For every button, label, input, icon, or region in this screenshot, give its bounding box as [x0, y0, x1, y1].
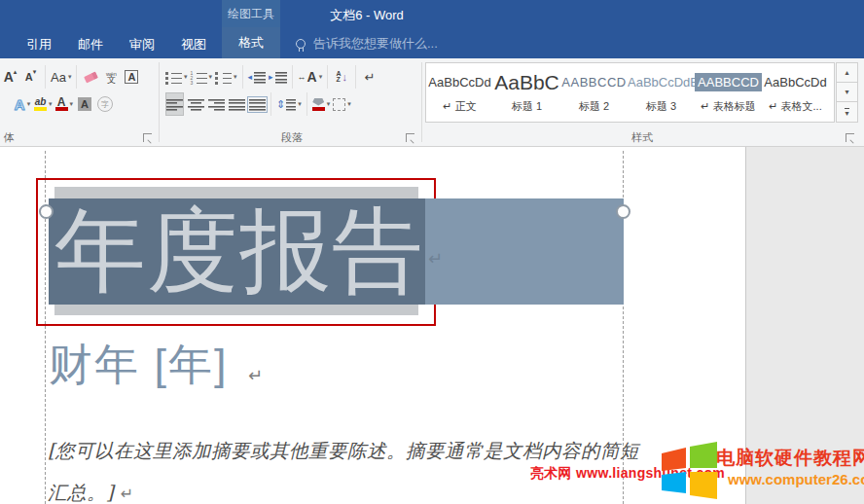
- style-label: ↵ 正文: [426, 99, 493, 114]
- group-divider: [159, 62, 160, 142]
- paragraph-dialog-launcher[interactable]: [406, 133, 414, 142]
- align-left-button[interactable]: [165, 92, 184, 116]
- more-styles-icon: ▾: [845, 108, 848, 117]
- justify-button[interactable]: [228, 92, 245, 116]
- body-text-line2[interactable]: 汇总。] ↵: [48, 480, 134, 504]
- shading-red-bar: [312, 107, 325, 111]
- tab-mailings[interactable]: 邮件: [74, 36, 107, 54]
- decrease-indent-icon: ◂: [248, 72, 253, 82]
- align-right-icon: [208, 98, 225, 111]
- grow-font-button[interactable]: A ▴: [2, 65, 19, 89]
- windows-logo-bl: [662, 472, 686, 493]
- increase-indent-button[interactable]: ▸: [269, 65, 287, 89]
- separator: [270, 92, 271, 116]
- show-hide-marks-button[interactable]: ↵: [361, 65, 378, 89]
- style-sample: AaBbCcDd: [426, 70, 493, 97]
- borders-button[interactable]: ▾: [333, 92, 351, 116]
- separator: [327, 65, 328, 89]
- multilevel-list-button[interactable]: ▾: [215, 65, 237, 89]
- title-bar: 绘图工具 文档6 - Word: [0, 0, 864, 27]
- selection-gripper-right[interactable]: [616, 204, 630, 219]
- contextual-tool-group: 绘图工具: [222, 0, 280, 27]
- style-item-heading3[interactable]: AaBbCcDdE 标题 3: [628, 70, 695, 114]
- shrink-font-button[interactable]: A ▾: [22, 65, 40, 89]
- sort-button[interactable]: A Z ↓: [333, 65, 350, 89]
- style-label: ↵ 表格文...: [762, 99, 829, 114]
- change-case-button[interactable]: Aa ▾: [51, 65, 71, 89]
- shading-button[interactable]: ▾: [312, 92, 331, 116]
- bullet-list-icon: [165, 71, 182, 84]
- phonetic-guide-button[interactable]: wén 文: [102, 65, 120, 89]
- separator: [45, 65, 46, 89]
- text-highlight-button[interactable]: ab ▾: [34, 92, 53, 116]
- lightbulb-icon: [296, 39, 306, 49]
- gallery-scroll-up-button[interactable]: ▴: [836, 62, 858, 83]
- paragraph-group-row1: ▾ ▾ ▾ ◂ ▸ ↔ A ▾ A Z: [165, 64, 378, 90]
- distribute-button[interactable]: [248, 92, 266, 116]
- decrease-indent-button[interactable]: ◂: [248, 65, 267, 89]
- body-text-line1[interactable]: [您可以在这里添加摘要或其他重要陈述。摘要通常是文档内容的简短: [48, 438, 639, 464]
- distribute-icon: [249, 98, 266, 111]
- chevron-down-icon: ▾: [49, 100, 53, 108]
- numbering-button[interactable]: ▾: [191, 65, 213, 89]
- ribbon-tab-row: 引用 邮件 审阅 视图 格式 告诉我您想要做什么...: [0, 27, 864, 58]
- sort-z: Z: [336, 77, 341, 83]
- chevron-down-icon: ▾: [234, 73, 237, 81]
- ribbon: A ▴ A ▾ Aa ▾ wén 文 A A ▾: [0, 58, 864, 147]
- tab-review[interactable]: 审阅: [126, 36, 159, 54]
- body-paragraph-mark: ↵: [121, 486, 134, 502]
- asian-layout-button[interactable]: ↔ A ▾: [298, 65, 323, 89]
- selection-gripper-left[interactable]: [39, 204, 54, 219]
- character-shading-icon: A: [78, 97, 91, 111]
- title-paragraph-mark: ↵: [428, 248, 443, 270]
- highlight-yellow-bar: [34, 107, 47, 111]
- style-sample: AaBbCcDd: [762, 70, 829, 97]
- style-sample: AABBCCD: [695, 73, 762, 91]
- down-arrow-icon: ▾: [845, 88, 848, 96]
- style-item-table-text[interactable]: AaBbCcDd ↵ 表格文...: [762, 70, 829, 114]
- paragraph-group-row2: ⇕ ▾ ▾ ▾: [165, 91, 351, 117]
- document-title-text[interactable]: 年度报告: [54, 198, 424, 305]
- align-left-icon: [166, 98, 183, 111]
- enclose-characters-button[interactable]: 字: [96, 92, 114, 116]
- font-color-icon: A: [55, 97, 68, 111]
- line-spacing-arrows: ⇕: [276, 98, 285, 111]
- styles-dialog-launcher[interactable]: [846, 133, 854, 142]
- style-item-table-title-selected[interactable]: AABBCCD ↵ 表格标题: [695, 70, 762, 114]
- character-border-button[interactable]: A: [123, 65, 140, 89]
- contextual-tool-label: 绘图工具: [228, 6, 274, 22]
- asian-layout-a: A: [307, 69, 317, 85]
- styles-gallery: AaBbCcDd ↵ 正文 AaBbC 标题 1 AABBCCD 标题 2 Aa…: [425, 62, 835, 123]
- text-effects-button[interactable]: A ▾: [14, 92, 31, 116]
- line-spacing-button[interactable]: ⇕ ▾: [276, 92, 302, 116]
- gallery-more-button[interactable]: ▾: [836, 101, 858, 123]
- tab-references[interactable]: 引用: [22, 36, 55, 54]
- bullets-button[interactable]: ▾: [165, 65, 188, 89]
- clear-formatting-button[interactable]: [82, 65, 99, 89]
- tab-view[interactable]: 视图: [177, 36, 210, 54]
- style-label: ↵ 表格标题: [695, 99, 762, 114]
- paragraph-mark-icon: ↵: [365, 70, 376, 85]
- text-effects-icon: A: [15, 96, 25, 113]
- separator: [76, 65, 77, 89]
- character-border-icon: A: [125, 70, 138, 84]
- asian-layout-arrows: ↔: [298, 72, 306, 82]
- tab-format-active[interactable]: 格式: [222, 27, 280, 58]
- chevron-down-icon: ▾: [68, 73, 72, 81]
- style-item-heading1[interactable]: AaBbC 标题 1: [493, 70, 560, 114]
- document-subtitle[interactable]: 财年 [年]: [49, 336, 229, 394]
- gallery-scroll-down-button[interactable]: ▾: [836, 82, 858, 102]
- text-selection-highlight-outer: [425, 198, 624, 305]
- shading-icon: [312, 98, 325, 111]
- character-shading-button[interactable]: A: [76, 92, 93, 116]
- align-right-button[interactable]: [207, 92, 225, 116]
- style-sample: AaBbC: [493, 70, 560, 97]
- styles-group-label: 样式: [584, 130, 701, 145]
- style-item-heading2[interactable]: AABBCCD 标题 2: [560, 70, 628, 114]
- eraser-icon: [84, 71, 98, 83]
- style-item-normal[interactable]: AaBbCcDd ↵ 正文: [426, 70, 493, 114]
- font-color-button[interactable]: A ▾: [55, 92, 74, 116]
- align-center-button[interactable]: [187, 92, 204, 116]
- font-dialog-launcher[interactable]: [143, 133, 152, 142]
- tell-me-box[interactable]: 告诉我您想要做什么...: [296, 35, 438, 53]
